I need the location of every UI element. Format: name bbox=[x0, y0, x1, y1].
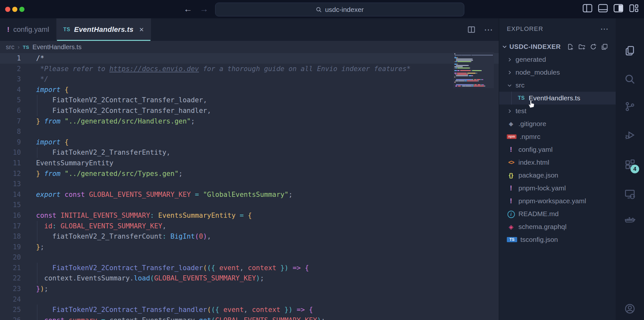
code-line[interactable]: 12} from "../generated/src/Types.gen"; bbox=[0, 169, 499, 179]
code-line[interactable]: 1/* bbox=[0, 53, 499, 64]
code-line[interactable]: 8 bbox=[0, 126, 499, 137]
source-control-icon[interactable] bbox=[624, 101, 635, 113]
breadcrumb-file[interactable]: EventHandlers.ts bbox=[33, 43, 81, 51]
code-line[interactable]: 26 const summary = context.EventsSummary… bbox=[0, 315, 499, 320]
code-editor[interactable]: 1/*2 *Please refer to https://docs.envio… bbox=[0, 53, 499, 320]
run-debug-icon[interactable] bbox=[624, 130, 635, 142]
code-token: ; bbox=[44, 285, 48, 293]
code-line[interactable]: 2 *Please refer to https://docs.envio.de… bbox=[0, 64, 499, 74]
breadcrumb[interactable]: src › TS EventHandlers.ts bbox=[0, 41, 499, 53]
code-line[interactable]: 15 bbox=[0, 200, 499, 210]
code-line[interactable]: 22 context.EventsSummary.load(GLOBAL_EVE… bbox=[0, 273, 499, 284]
minimap-line bbox=[454, 59, 493, 59]
code-text: FiatTokenV2_2Contract_Transfer_handler, bbox=[21, 105, 211, 116]
code-line[interactable]: 11EventsSummaryEntity bbox=[0, 158, 499, 169]
navigate-forward-button[interactable]: → bbox=[200, 4, 208, 14]
tree-item-pnpm-workspace-yaml[interactable]: !pnpm-workspace.yaml bbox=[499, 195, 616, 207]
new-file-icon[interactable] bbox=[567, 43, 574, 50]
tree-item-readme-md[interactable]: iREADME.md bbox=[499, 207, 616, 220]
code-line[interactable]: 13 bbox=[0, 179, 499, 189]
code-text: const INITIAL_EVENTS_SUMMARY: EventsSumm… bbox=[21, 210, 252, 221]
minimap-line bbox=[454, 68, 493, 69]
tree-item--gitignore[interactable]: ◆.gitignore bbox=[499, 117, 616, 130]
command-center-search[interactable]: usdc-indexer bbox=[215, 3, 464, 16]
line-number: 10 bbox=[0, 147, 21, 158]
code-line[interactable]: 24 bbox=[0, 294, 499, 305]
tree-item-schema-graphql[interactable]: ◈schema.graphql bbox=[499, 220, 616, 233]
code-line[interactable]: 17 id: GLOBAL_EVENTS_SUMMARY_KEY, bbox=[0, 221, 499, 232]
collapse-folders-icon[interactable] bbox=[601, 43, 608, 50]
tree-item-eventhandlers-ts[interactable]: TSEventHandlers.ts bbox=[499, 92, 616, 105]
customize-layout-icon[interactable] bbox=[629, 4, 639, 13]
code-text: import { bbox=[21, 137, 69, 148]
tab-config-yaml[interactable]: ! config.yaml bbox=[0, 18, 56, 41]
code-line[interactable]: 25 FiatTokenV2_2Contract_Transfer_handle… bbox=[0, 305, 499, 315]
chevron-right-icon: › bbox=[18, 44, 20, 50]
tab-label: EventHandlers.ts bbox=[74, 25, 134, 34]
zoom-window-button[interactable] bbox=[19, 7, 24, 12]
split-editor-icon[interactable] bbox=[467, 25, 476, 34]
docker-icon[interactable] bbox=[624, 215, 635, 227]
code-line[interactable]: 18 fiatTokenV2_2_TransferCount: BigInt(0… bbox=[0, 231, 499, 242]
line-number: 24 bbox=[0, 294, 21, 305]
navigate-back-button[interactable]: ← bbox=[184, 4, 192, 14]
tree-item-test[interactable]: test bbox=[499, 105, 616, 117]
tree-item-label: schema.graphql bbox=[518, 223, 566, 231]
close-window-button[interactable] bbox=[5, 7, 10, 12]
code-line[interactable]: 21 FiatTokenV2_2Contract_Transfer_loader… bbox=[0, 263, 499, 273]
code-line[interactable]: 20 bbox=[0, 252, 499, 263]
toggle-left-panel-icon[interactable] bbox=[582, 4, 592, 13]
code-token: event bbox=[219, 264, 240, 272]
code-token: EventsSummary bbox=[77, 274, 129, 282]
code-line[interactable]: 10 FiatTokenV2_2_TransferEntity, bbox=[0, 147, 499, 158]
code-line[interactable]: 16const INITIAL_EVENTS_SUMMARY: EventsSu… bbox=[0, 210, 499, 221]
code-line[interactable]: 23}); bbox=[0, 284, 499, 294]
code-token: id bbox=[36, 222, 52, 230]
toggle-right-panel-icon[interactable] bbox=[613, 4, 623, 13]
code-line[interactable]: 19}; bbox=[0, 242, 499, 252]
minimap-line bbox=[454, 79, 493, 80]
tree-item-tsconfig-json[interactable]: TStsconfig.json bbox=[499, 233, 616, 246]
code-token: FiatTokenV2_2_TransferEntity bbox=[36, 149, 166, 156]
code-token: load bbox=[134, 274, 150, 282]
tree-item-generated[interactable]: generated bbox=[499, 53, 616, 66]
code-line[interactable]: 14export const GLOBAL_EVENTS_SUMMARY_KEY… bbox=[0, 189, 499, 200]
code-line[interactable]: 9import { bbox=[0, 137, 499, 148]
breadcrumb-folder[interactable]: src bbox=[6, 43, 14, 51]
code-line[interactable]: 3 */ bbox=[0, 74, 499, 85]
tree-item-config-yaml[interactable]: !config.yaml bbox=[499, 143, 616, 156]
workspace-root-row[interactable]: USDC-INDEXER bbox=[499, 40, 616, 53]
code-token: { bbox=[211, 264, 215, 272]
tree-item-index-html[interactable]: <>index.html bbox=[499, 156, 616, 169]
minimap[interactable] bbox=[453, 52, 494, 88]
code-line[interactable]: 7} from "../generated/src/Handlers.gen"; bbox=[0, 116, 499, 127]
code-token: } bbox=[36, 243, 40, 251]
minimap-line bbox=[454, 57, 493, 58]
tree-item-node-modules[interactable]: node_modules bbox=[499, 66, 616, 79]
tree-item-package-json[interactable]: {}package.json bbox=[499, 169, 616, 182]
close-tab-icon[interactable]: × bbox=[139, 25, 144, 34]
tree-item--npmrc[interactable]: npm.npmrc bbox=[499, 130, 616, 143]
extensions-icon[interactable]: 4 bbox=[624, 159, 635, 171]
toggle-bottom-panel-icon[interactable] bbox=[598, 4, 608, 13]
remote-explorer-icon[interactable] bbox=[624, 188, 635, 201]
search-icon[interactable] bbox=[624, 74, 635, 86]
tree-item-pnpm-lock-yaml[interactable]: !pnpm-lock.yaml bbox=[499, 182, 616, 195]
refresh-explorer-icon[interactable] bbox=[590, 43, 597, 50]
explorer-more-actions-icon[interactable]: ⋯ bbox=[600, 27, 609, 31]
tab-eventhandlers-ts[interactable]: TS EventHandlers.ts × bbox=[56, 18, 151, 41]
code-token: , bbox=[207, 107, 211, 114]
new-folder-icon[interactable] bbox=[578, 43, 585, 50]
code-token: GLOBAL_EVENTS_SUMMARY_KEY bbox=[89, 191, 191, 198]
account-icon[interactable] bbox=[624, 303, 635, 315]
minimize-window-button[interactable] bbox=[12, 7, 17, 12]
tree-item-src[interactable]: src bbox=[499, 79, 616, 92]
code-line[interactable]: 4import { bbox=[0, 85, 499, 95]
line-number: 22 bbox=[0, 273, 21, 284]
code-line[interactable]: 6 FiatTokenV2_2Contract_Transfer_handler… bbox=[0, 105, 499, 116]
more-actions-icon[interactable]: ⋯ bbox=[484, 24, 493, 35]
code-token: ; bbox=[289, 191, 293, 198]
code-line[interactable]: 5 FiatTokenV2_2Contract_Transfer_loader, bbox=[0, 95, 499, 105]
line-number: 9 bbox=[0, 137, 21, 148]
explorer-icon[interactable] bbox=[624, 45, 635, 58]
